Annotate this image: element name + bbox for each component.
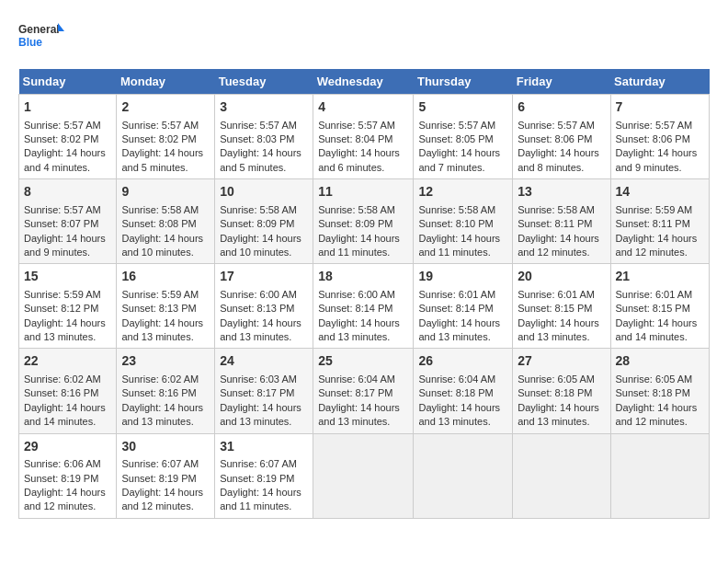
day-number: 20: [518, 268, 605, 286]
calendar-cell: 18Sunrise: 6:00 AMSunset: 8:14 PMDayligh…: [313, 264, 414, 349]
sunset-text: Sunset: 8:12 PM: [24, 303, 98, 314]
daylight-text: Daylight: 14 hours and 12 minutes.: [518, 233, 599, 258]
sunrise-text: Sunrise: 5:59 AM: [24, 289, 101, 300]
sunset-text: Sunset: 8:11 PM: [616, 218, 690, 229]
calendar-cell: 8Sunrise: 5:57 AMSunset: 8:07 PMDaylight…: [19, 179, 117, 264]
sunrise-text: Sunrise: 6:01 AM: [616, 289, 693, 300]
sunrise-text: Sunrise: 6:06 AM: [24, 458, 101, 469]
calendar-cell: 6Sunrise: 5:57 AMSunset: 8:06 PMDaylight…: [513, 95, 610, 179]
day-number: 10: [220, 183, 308, 201]
sunrise-text: Sunrise: 5:57 AM: [616, 120, 693, 131]
calendar-cell: 22Sunrise: 6:02 AMSunset: 8:16 PMDayligh…: [19, 349, 117, 433]
day-number: 8: [24, 183, 111, 201]
column-header-friday: Friday: [513, 69, 610, 95]
daylight-text: Daylight: 14 hours and 13 minutes.: [220, 317, 301, 342]
sunset-text: Sunset: 8:14 PM: [318, 303, 392, 314]
column-header-wednesday: Wednesday: [313, 69, 414, 95]
column-header-monday: Monday: [117, 69, 215, 95]
sunset-text: Sunset: 8:04 PM: [318, 133, 392, 144]
day-number: 7: [616, 98, 704, 117]
sunset-text: Sunset: 8:08 PM: [121, 218, 196, 229]
sunset-text: Sunset: 8:13 PM: [121, 303, 196, 314]
sunrise-text: Sunrise: 6:00 AM: [220, 289, 297, 300]
day-number: 4: [318, 98, 408, 117]
sunrise-text: Sunrise: 6:04 AM: [418, 373, 495, 385]
sunrise-text: Sunrise: 5:58 AM: [318, 204, 395, 215]
calendar-row: 1Sunrise: 5:57 AMSunset: 8:02 PMDaylight…: [19, 95, 710, 179]
sunset-text: Sunset: 8:16 PM: [121, 387, 196, 398]
day-number: 25: [318, 352, 408, 371]
daylight-text: Daylight: 14 hours and 13 minutes.: [220, 402, 301, 427]
sunrise-text: Sunrise: 5:57 AM: [318, 120, 395, 131]
daylight-text: Daylight: 14 hours and 13 minutes.: [121, 317, 203, 342]
calendar-cell: [414, 433, 513, 518]
sunset-text: Sunset: 8:07 PM: [24, 218, 98, 229]
sunset-text: Sunset: 8:11 PM: [518, 218, 592, 229]
sunset-text: Sunset: 8:03 PM: [220, 133, 294, 144]
day-number: 24: [220, 352, 308, 371]
sunset-text: Sunset: 8:16 PM: [24, 387, 98, 398]
daylight-text: Daylight: 14 hours and 6 minutes.: [318, 147, 400, 172]
calendar-table: SundayMondayTuesdayWednesdayThursdayFrid…: [18, 69, 710, 519]
calendar-cell: 4Sunrise: 5:57 AMSunset: 8:04 PMDaylight…: [313, 95, 414, 179]
calendar-cell: 16Sunrise: 5:59 AMSunset: 8:13 PMDayligh…: [117, 264, 215, 349]
sunset-text: Sunset: 8:19 PM: [121, 473, 196, 484]
daylight-text: Daylight: 14 hours and 8 minutes.: [518, 147, 599, 172]
sunset-text: Sunset: 8:09 PM: [318, 218, 392, 229]
sunrise-text: Sunrise: 5:57 AM: [518, 120, 595, 131]
daylight-text: Daylight: 14 hours and 9 minutes.: [616, 147, 698, 172]
daylight-text: Daylight: 14 hours and 4 minutes.: [24, 147, 106, 172]
sunrise-text: Sunrise: 6:01 AM: [518, 289, 595, 300]
daylight-text: Daylight: 14 hours and 13 minutes.: [418, 317, 500, 342]
sunset-text: Sunset: 8:18 PM: [518, 387, 592, 398]
calendar-cell: 17Sunrise: 6:00 AMSunset: 8:13 PMDayligh…: [215, 264, 313, 349]
sunrise-text: Sunrise: 5:57 AM: [24, 120, 101, 131]
calendar-cell: 5Sunrise: 5:57 AMSunset: 8:05 PMDaylight…: [414, 95, 513, 179]
day-number: 13: [518, 183, 605, 201]
day-number: 21: [616, 268, 704, 286]
calendar-cell: 30Sunrise: 6:07 AMSunset: 8:19 PMDayligh…: [117, 433, 215, 518]
daylight-text: Daylight: 14 hours and 13 minutes.: [121, 402, 203, 427]
daylight-text: Daylight: 14 hours and 12 minutes.: [121, 487, 203, 511]
day-number: 22: [24, 352, 111, 371]
daylight-text: Daylight: 14 hours and 13 minutes.: [518, 317, 599, 342]
daylight-text: Daylight: 14 hours and 7 minutes.: [418, 147, 500, 172]
sunset-text: Sunset: 8:14 PM: [418, 303, 493, 314]
column-header-sunday: Sunday: [19, 69, 117, 95]
day-number: 29: [24, 438, 111, 456]
calendar-cell: 20Sunrise: 6:01 AMSunset: 8:15 PMDayligh…: [513, 264, 610, 349]
sunrise-text: Sunrise: 5:59 AM: [616, 204, 693, 215]
sunrise-text: Sunrise: 6:01 AM: [418, 289, 495, 300]
calendar-cell: 26Sunrise: 6:04 AMSunset: 8:18 PMDayligh…: [414, 349, 513, 433]
sunrise-text: Sunrise: 6:05 AM: [616, 373, 693, 385]
day-number: 18: [318, 268, 408, 286]
calendar-row: 8Sunrise: 5:57 AMSunset: 8:07 PMDaylight…: [19, 179, 710, 264]
calendar-cell: 9Sunrise: 5:58 AMSunset: 8:08 PMDaylight…: [117, 179, 215, 264]
calendar-cell: 24Sunrise: 6:03 AMSunset: 8:17 PMDayligh…: [215, 349, 313, 433]
calendar-cell: [513, 433, 610, 518]
sunset-text: Sunset: 8:18 PM: [418, 387, 493, 398]
sunrise-text: Sunrise: 5:58 AM: [121, 204, 199, 215]
sunrise-text: Sunrise: 5:58 AM: [518, 204, 595, 215]
daylight-text: Daylight: 14 hours and 10 minutes.: [121, 233, 203, 258]
day-number: 23: [121, 352, 210, 371]
sunrise-text: Sunrise: 5:57 AM: [220, 120, 297, 131]
sunrise-text: Sunrise: 6:02 AM: [121, 373, 199, 385]
day-number: 11: [318, 183, 408, 201]
sunrise-text: Sunrise: 6:07 AM: [220, 458, 297, 469]
logo-svg: General Blue: [18, 18, 64, 60]
daylight-text: Daylight: 14 hours and 13 minutes.: [24, 317, 106, 342]
day-number: 2: [121, 98, 210, 117]
sunset-text: Sunset: 8:17 PM: [220, 387, 294, 398]
day-number: 28: [616, 352, 704, 371]
calendar-row: 22Sunrise: 6:02 AMSunset: 8:16 PMDayligh…: [19, 349, 710, 433]
daylight-text: Daylight: 14 hours and 11 minutes.: [418, 233, 500, 258]
calendar-cell: 2Sunrise: 5:57 AMSunset: 8:02 PMDaylight…: [117, 95, 215, 179]
svg-text:General: General: [18, 23, 60, 36]
day-number: 9: [121, 183, 210, 201]
calendar-cell: 15Sunrise: 5:59 AMSunset: 8:12 PMDayligh…: [19, 264, 117, 349]
daylight-text: Daylight: 14 hours and 5 minutes.: [121, 147, 203, 172]
calendar-cell: 12Sunrise: 5:58 AMSunset: 8:10 PMDayligh…: [414, 179, 513, 264]
sunset-text: Sunset: 8:10 PM: [418, 218, 493, 229]
day-number: 1: [24, 98, 111, 117]
